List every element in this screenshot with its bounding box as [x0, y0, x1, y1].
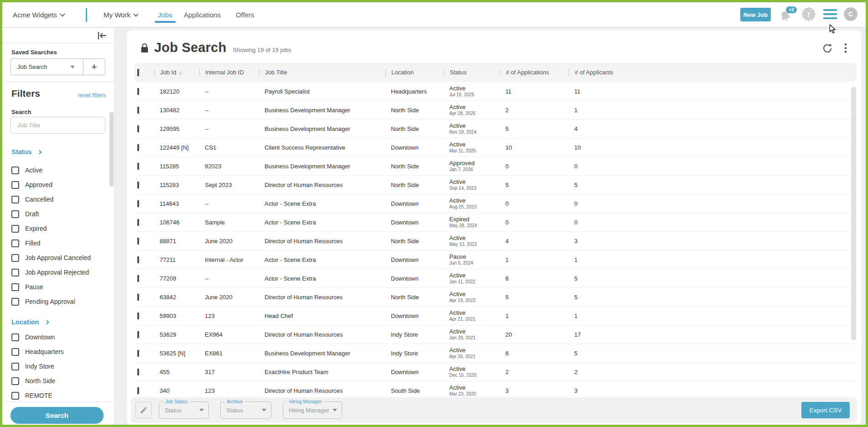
table-row[interactable]: 106746 Sample Actor - Scene Extra Downto…: [135, 213, 857, 232]
table-row[interactable]: 77209 -- Actor - Scene Extra Downtown Ac…: [135, 269, 857, 288]
status-section-toggle[interactable]: Status: [11, 148, 41, 156]
location-section-toggle[interactable]: Location: [11, 318, 48, 326]
checkbox[interactable]: [11, 298, 19, 306]
checkbox[interactable]: [11, 348, 19, 356]
cell-job-id: 115283: [154, 182, 199, 188]
checkbox[interactable]: [11, 333, 19, 341]
edit-button[interactable]: [135, 402, 152, 418]
table-row[interactable]: 129595 -- Business Development Manager N…: [135, 120, 857, 138]
select-all-checkbox[interactable]: [137, 69, 139, 76]
tab-jobs[interactable]: Jobs: [158, 2, 172, 27]
column-header-location[interactable]: Location: [385, 69, 444, 76]
row-checkbox[interactable]: [137, 256, 139, 263]
row-checkbox[interactable]: [137, 219, 139, 226]
filter-option[interactable]: Pending Approval: [11, 294, 109, 309]
filter-option[interactable]: Cancelled: [11, 192, 109, 207]
table-row[interactable]: 53625 [N] EX861 Business Development Man…: [135, 344, 857, 363]
add-saved-search-button[interactable]: +: [83, 61, 105, 73]
tab-applications[interactable]: Applications: [184, 2, 221, 27]
row-checkbox[interactable]: [137, 88, 139, 95]
sidebar-scrollbar[interactable]: [109, 112, 114, 187]
row-checkbox[interactable]: [137, 350, 139, 357]
row-checkbox[interactable]: [137, 163, 139, 170]
job-status-select[interactable]: Job Status Status: [159, 401, 209, 419]
column-header-job-id[interactable]: Job Id↓: [154, 69, 199, 76]
checkbox[interactable]: [11, 392, 19, 400]
checkbox[interactable]: [11, 240, 19, 247]
filter-option[interactable]: Pause: [11, 280, 109, 294]
table-row[interactable]: 122449 [N] CS1 Client Success Representa…: [135, 138, 857, 157]
alerts-button[interactable]: !: [801, 7, 816, 21]
table-row[interactable]: 130482 -- Business Development Manager N…: [135, 101, 857, 120]
row-checkbox[interactable]: [137, 275, 139, 282]
row-checkbox[interactable]: [137, 387, 139, 394]
company-menu[interactable]: Acme Widgets: [13, 2, 64, 27]
table-row[interactable]: 77211 Internal - Actor Actor - Scene Ext…: [135, 250, 857, 269]
filter-option[interactable]: REMOTE: [11, 388, 109, 403]
filter-option[interactable]: Active: [11, 163, 109, 177]
filter-option[interactable]: Job Approval Rejected: [11, 265, 109, 280]
column-header-status[interactable]: Status: [444, 69, 500, 76]
collapse-sidebar-icon[interactable]: [97, 31, 108, 42]
checkbox[interactable]: [11, 377, 19, 385]
filter-option[interactable]: Headquarters: [11, 344, 109, 359]
column-header-internal-job-id[interactable]: Internal Job ID: [199, 69, 259, 76]
filter-option[interactable]: Indy Store: [11, 359, 109, 374]
table-scrollbar[interactable]: [851, 87, 856, 340]
hiring-manager-select[interactable]: Hiring Manager Hiring Manager: [283, 401, 342, 419]
row-checkbox[interactable]: [137, 125, 139, 132]
checkbox[interactable]: [11, 210, 19, 218]
checkbox[interactable]: [11, 225, 19, 233]
job-title-search-input[interactable]: [10, 117, 105, 134]
checkbox[interactable]: [11, 254, 19, 262]
cell-internal-job-id: Sept 2023: [199, 182, 259, 188]
table-row[interactable]: 115283 Sept 2023 Director of Human Resou…: [135, 176, 857, 194]
table-row[interactable]: 114643 -- Actor - Scene Extra Downtown A…: [135, 194, 857, 213]
row-checkbox[interactable]: [137, 107, 139, 114]
search-button[interactable]: Search: [10, 407, 104, 424]
checkbox[interactable]: [11, 167, 19, 174]
row-checkbox[interactable]: [137, 312, 139, 319]
table-row[interactable]: 455 317 ExactHire Product Team Downtown …: [135, 363, 857, 381]
notifications-button[interactable]: +2: [779, 6, 797, 25]
row-checkbox[interactable]: [137, 200, 139, 207]
export-csv-button[interactable]: Export CSV: [801, 402, 850, 418]
checkbox[interactable]: [11, 181, 19, 189]
row-checkbox[interactable]: [137, 331, 139, 338]
filter-option[interactable]: Filled: [11, 236, 109, 250]
table-row[interactable]: 115285 92023 Business Development Manage…: [135, 157, 857, 176]
table-row[interactable]: 63842 June 2020 Director of Human Resour…: [135, 288, 857, 307]
my-work-menu[interactable]: My Work: [104, 2, 138, 27]
saved-search-select[interactable]: Job Search +: [10, 58, 105, 75]
row-checkbox[interactable]: [137, 369, 139, 375]
filter-option[interactable]: Downtown: [11, 330, 109, 344]
checkbox[interactable]: [11, 196, 19, 203]
row-checkbox[interactable]: [137, 238, 139, 245]
row-checkbox[interactable]: [137, 144, 139, 151]
archive-select[interactable]: Archive Status: [220, 401, 271, 419]
more-options-icon[interactable]: [841, 43, 850, 56]
checkbox[interactable]: [11, 283, 19, 291]
filter-option[interactable]: North Side: [11, 374, 109, 388]
user-avatar[interactable]: C: [844, 7, 858, 21]
filter-option[interactable]: Job Approval Canceled: [11, 250, 109, 265]
checkbox[interactable]: [11, 269, 19, 276]
row-checkbox[interactable]: [137, 182, 139, 188]
table-row[interactable]: 88871 June 2020 Director of Human Resour…: [135, 232, 857, 250]
refresh-icon[interactable]: [822, 43, 833, 56]
column-header-job-title[interactable]: Job Title: [259, 69, 385, 76]
new-job-button[interactable]: New Job: [740, 8, 771, 21]
table-row[interactable]: 59903 123 Head Chef Downtown Active Apr …: [135, 307, 857, 325]
filter-option[interactable]: Expired: [11, 221, 109, 236]
tab-offers[interactable]: Offers: [236, 2, 255, 27]
row-checkbox[interactable]: [137, 294, 139, 301]
table-row[interactable]: 182120 -- Payroll Specialist Headquarter…: [135, 82, 857, 101]
filter-option[interactable]: Draft: [11, 207, 109, 221]
column-header-applications[interactable]: # of Applications: [500, 69, 569, 76]
reset-filters-link[interactable]: reset filters: [78, 92, 106, 99]
column-header-applicants[interactable]: # of Applicants: [569, 69, 857, 76]
checkbox[interactable]: [11, 363, 19, 370]
filter-option[interactable]: Approved: [11, 177, 109, 192]
hamburger-menu-icon[interactable]: [823, 9, 837, 21]
table-row[interactable]: 53629 EX964 Director of Human Resources …: [135, 325, 857, 344]
